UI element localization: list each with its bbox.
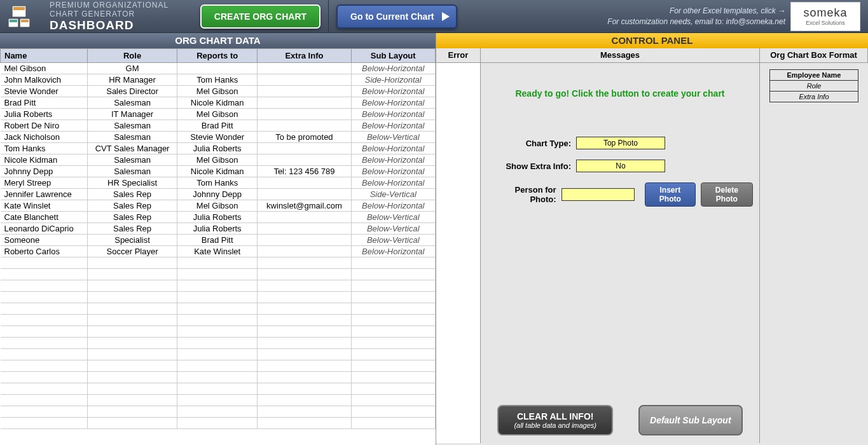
table-cell[interactable]: Mel Gibson xyxy=(1,63,88,74)
table-cell[interactable] xyxy=(1,303,88,315)
table-cell[interactable] xyxy=(351,326,435,338)
table-cell[interactable] xyxy=(177,269,257,280)
table-cell[interactable]: Salesman xyxy=(88,166,177,177)
table-cell[interactable] xyxy=(258,177,351,189)
table-row[interactable]: Mel GibsonGMBelow-Horizontal xyxy=(1,63,436,74)
table-cell[interactable] xyxy=(88,418,177,429)
table-cell[interactable] xyxy=(258,235,351,246)
table-cell[interactable] xyxy=(1,257,88,269)
table-cell[interactable]: Nicole Kidman xyxy=(1,154,88,166)
table-cell[interactable]: Sales Rep xyxy=(88,212,177,223)
table-cell[interactable]: Jennifer Lawrence xyxy=(1,189,88,200)
table-cell[interactable] xyxy=(1,326,88,338)
table-cell[interactable] xyxy=(258,189,351,200)
table-cell[interactable]: Mel Gibson xyxy=(177,109,257,120)
table-cell[interactable]: Brad Pitt xyxy=(1,97,88,109)
table-cell[interactable] xyxy=(177,257,257,269)
table-row[interactable]: SomeoneSpecialistBrad PittBelow-Vertical xyxy=(1,235,436,246)
table-cell[interactable]: GM xyxy=(88,63,177,74)
table-cell[interactable] xyxy=(88,257,177,269)
table-row[interactable]: Jennifer LawrenceSales RepJohnny DeppSid… xyxy=(1,189,436,200)
table-cell[interactable]: Below-Horizontal xyxy=(351,143,435,154)
table-row-empty[interactable] xyxy=(1,395,436,406)
table-cell[interactable]: HR Specialist xyxy=(88,177,177,189)
table-cell[interactable]: Tom Hanks xyxy=(177,177,257,189)
table-cell[interactable] xyxy=(1,383,88,395)
table-cell[interactable] xyxy=(1,360,88,372)
table-cell[interactable] xyxy=(258,360,351,372)
table-cell[interactable]: Tom Hanks xyxy=(177,74,257,86)
table-cell[interactable] xyxy=(88,406,177,418)
table-cell[interactable] xyxy=(351,349,435,360)
table-cell[interactable] xyxy=(258,246,351,257)
table-cell[interactable]: Tom Hanks xyxy=(1,143,88,154)
table-cell[interactable] xyxy=(351,257,435,269)
table-cell[interactable] xyxy=(258,223,351,235)
table-cell[interactable] xyxy=(258,109,351,120)
table-row-empty[interactable] xyxy=(1,257,436,269)
table-cell[interactable]: Julia Roberts xyxy=(1,109,88,120)
table-cell[interactable] xyxy=(258,74,351,86)
table-cell[interactable] xyxy=(88,280,177,292)
table-cell[interactable]: Below-Vertical xyxy=(351,223,435,235)
table-cell[interactable] xyxy=(258,97,351,109)
table-cell[interactable] xyxy=(88,326,177,338)
table-cell[interactable]: Salesman xyxy=(88,97,177,109)
table-cell[interactable] xyxy=(258,257,351,269)
insert-photo-button[interactable]: Insert Photo xyxy=(645,182,696,207)
default-sub-layout-button[interactable]: Default Sub Layout xyxy=(638,405,743,435)
table-cell[interactable] xyxy=(258,63,351,74)
table-cell[interactable] xyxy=(88,360,177,372)
table-cell[interactable]: Brad Pitt xyxy=(177,235,257,246)
table-cell[interactable]: Stevie Wonder xyxy=(1,86,88,97)
table-row[interactable]: Stevie WonderSales DirectorMel GibsonBel… xyxy=(1,86,436,97)
table-row-empty[interactable] xyxy=(1,360,436,372)
table-cell[interactable]: Salesman xyxy=(88,154,177,166)
table-cell[interactable] xyxy=(351,360,435,372)
table-cell[interactable] xyxy=(1,292,88,303)
table-cell[interactable]: Leonardo DiCaprio xyxy=(1,223,88,235)
table-cell[interactable] xyxy=(258,418,351,429)
chart-type-select[interactable]: Top Photo xyxy=(576,137,665,149)
table-cell[interactable] xyxy=(351,280,435,292)
table-cell[interactable]: Kate Winslet xyxy=(177,246,257,257)
table-cell[interactable]: Sales Rep xyxy=(88,189,177,200)
table-cell[interactable] xyxy=(177,338,257,349)
table-cell[interactable] xyxy=(88,338,177,349)
table-cell[interactable] xyxy=(88,303,177,315)
table-cell[interactable]: Johnny Depp xyxy=(177,189,257,200)
table-cell[interactable]: Meryl Streep xyxy=(1,177,88,189)
table-cell[interactable]: Johnny Depp xyxy=(1,166,88,177)
table-cell[interactable]: IT Manager xyxy=(88,109,177,120)
table-cell[interactable] xyxy=(258,383,351,395)
clear-all-button[interactable]: CLEAR ALL INFO! (all table data and imag… xyxy=(497,405,613,435)
table-cell[interactable] xyxy=(88,315,177,326)
table-cell[interactable] xyxy=(1,395,88,406)
table-cell[interactable]: Below-Horizontal xyxy=(351,246,435,257)
table-cell[interactable] xyxy=(351,315,435,326)
table-cell[interactable]: Sales Rep xyxy=(88,200,177,212)
table-cell[interactable] xyxy=(177,406,257,418)
table-cell[interactable] xyxy=(351,338,435,349)
table-cell[interactable]: Someone xyxy=(1,235,88,246)
table-row[interactable]: Cate BlanchettSales RepJulia RobertsBelo… xyxy=(1,212,436,223)
table-cell[interactable]: Stevie Wonder xyxy=(177,132,257,143)
table-cell[interactable]: Julia Roberts xyxy=(177,223,257,235)
table-cell[interactable] xyxy=(258,143,351,154)
table-cell[interactable]: Cate Blanchett xyxy=(1,212,88,223)
table-cell[interactable] xyxy=(351,372,435,383)
table-cell[interactable] xyxy=(351,418,435,429)
goto-current-chart-button[interactable]: Go to Current Chart xyxy=(336,4,457,29)
table-cell[interactable]: Kate Winslet xyxy=(1,200,88,212)
table-cell[interactable] xyxy=(177,383,257,395)
table-row-empty[interactable] xyxy=(1,280,436,292)
table-row[interactable]: Brad PittSalesmanNicole KidmanBelow-Hori… xyxy=(1,97,436,109)
table-cell[interactable] xyxy=(258,303,351,315)
table-cell[interactable] xyxy=(258,212,351,223)
table-cell[interactable] xyxy=(258,269,351,280)
table-row[interactable]: Robert De NiroSalesmanBrad PittBelow-Hor… xyxy=(1,120,436,132)
table-cell[interactable] xyxy=(177,372,257,383)
table-row-empty[interactable] xyxy=(1,303,436,315)
table-cell[interactable]: Mel Gibson xyxy=(177,154,257,166)
table-cell[interactable] xyxy=(351,292,435,303)
